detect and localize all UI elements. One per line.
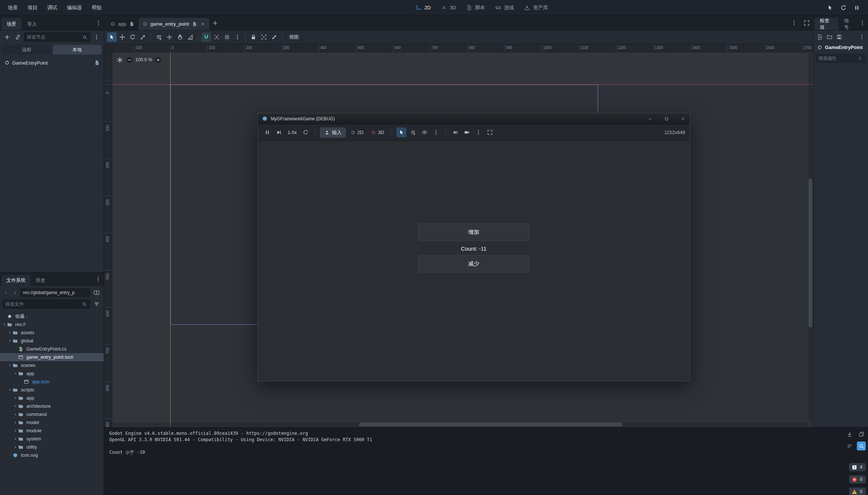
fs-item[interactable]: global — [0, 337, 104, 345]
fs-item[interactable]: model — [0, 419, 104, 427]
fs-item[interactable]: app — [0, 394, 104, 402]
wrap-lines-icon[interactable] — [845, 442, 854, 450]
fs-item[interactable]: scripts — [0, 386, 104, 394]
scene-mode-local[interactable]: 本地 — [53, 45, 102, 55]
errors-badge[interactable]: 0 — [849, 475, 866, 483]
game-options-icon[interactable] — [473, 127, 483, 137]
scale-tool[interactable] — [138, 32, 148, 42]
close-tab-icon[interactable] — [200, 21, 205, 27]
horizontal-scrollbar[interactable] — [112, 423, 808, 426]
expander-icon[interactable] — [13, 413, 18, 416]
snap-menu-icon[interactable] — [233, 32, 242, 42]
menu-help[interactable]: 帮助 — [87, 0, 107, 15]
scene-dock-menu-icon[interactable] — [92, 32, 101, 42]
zoom-level[interactable]: 100.0 % — [135, 57, 152, 62]
group-object-button[interactable] — [259, 32, 269, 42]
rotate-tool[interactable] — [128, 32, 137, 42]
fs-item[interactable]: 收藏： — [0, 312, 104, 320]
menu-scene[interactable]: 场景 — [3, 0, 23, 15]
fs-tab-history[interactable]: 历史 — [31, 275, 50, 286]
increase-button[interactable]: 增加 — [418, 224, 529, 241]
fs-item[interactable]: module — [0, 427, 104, 435]
menu-project[interactable]: 项目 — [23, 0, 42, 15]
expander-icon[interactable] — [13, 396, 18, 400]
list-select-tool[interactable] — [154, 32, 164, 42]
expander-icon[interactable] — [1, 323, 7, 326]
visibility-icon[interactable] — [420, 127, 430, 137]
input-toggle-button[interactable]: 输入 — [320, 127, 346, 138]
property-filter-box[interactable]: 筛选属性 — [816, 54, 866, 63]
workspace-3d[interactable]: 3D — [435, 0, 461, 15]
pause-game-icon[interactable] — [262, 127, 272, 137]
embed-fullscreen-icon[interactable] — [485, 127, 495, 137]
speed-label[interactable]: 1.0x — [285, 130, 299, 135]
copy-output-icon[interactable] — [857, 430, 866, 439]
mode-3d-button[interactable]: 3D — [368, 127, 387, 138]
file-filter-input[interactable] — [5, 302, 79, 307]
game-window-titlebar[interactable]: MyGFrameworkGame (DEBUG) — [258, 113, 690, 124]
fs-item[interactable]: scenes — [0, 361, 104, 369]
load-resource-icon[interactable] — [825, 33, 833, 41]
skeleton-options-button[interactable] — [269, 32, 279, 42]
scroll-to-bottom-icon[interactable] — [845, 430, 854, 439]
scene-dock-tab-menu-icon[interactable] — [94, 19, 103, 27]
fs-item[interactable]: command — [0, 410, 104, 419]
expander-icon[interactable] — [7, 339, 13, 343]
script-icon[interactable] — [192, 21, 197, 27]
select-tool[interactable] — [107, 32, 117, 42]
expander-icon[interactable] — [13, 421, 18, 424]
fs-tab-filesystem[interactable]: 文件系统 — [1, 275, 30, 286]
history-back-icon[interactable] — [2, 289, 10, 297]
scene-tree-root-node[interactable]: GameEntryPoint — [0, 58, 104, 68]
view-menu-button[interactable]: 视图 — [285, 32, 302, 42]
add-node-button[interactable] — [2, 32, 12, 42]
maximize-button[interactable] — [660, 113, 673, 124]
fs-item[interactable]: GameEntryPoint.cs — [0, 345, 104, 353]
minimize-button[interactable] — [644, 113, 657, 124]
new-scene-tab-button[interactable] — [211, 19, 220, 27]
filesystem-tab-menu-icon[interactable] — [94, 275, 102, 283]
hscroll-thumb[interactable] — [359, 423, 622, 426]
instance-scene-button[interactable] — [13, 32, 23, 42]
script-icon[interactable] — [129, 21, 135, 27]
attached-script-icon[interactable] — [94, 60, 100, 66]
fs-item[interactable]: utility — [0, 443, 104, 451]
mute-audio-icon[interactable] — [450, 127, 460, 137]
sort-files-icon[interactable] — [92, 299, 101, 309]
workspace-assetlib[interactable]: 资产库 — [519, 0, 553, 15]
next-frame-icon[interactable] — [274, 127, 284, 137]
restart-icon[interactable] — [839, 3, 848, 12]
fs-item[interactable]: app — [0, 369, 104, 378]
expander-icon[interactable] — [7, 388, 13, 392]
expander-icon[interactable] — [7, 364, 13, 367]
scene-filter-input[interactable] — [27, 35, 80, 40]
zoom-in-button[interactable] — [155, 56, 162, 63]
selection-options-icon[interactable] — [431, 127, 441, 137]
pause-icon[interactable] — [852, 3, 861, 12]
workspace-script[interactable]: 脚本 — [461, 0, 490, 15]
inspector-menu-icon[interactable] — [858, 33, 866, 41]
scene-mode-remote[interactable]: 远程 — [2, 45, 51, 55]
expander-icon[interactable] — [13, 404, 18, 408]
current-path[interactable]: res://global/game_entry_p — [20, 288, 90, 297]
expander-icon[interactable] — [13, 429, 18, 433]
workspace-game[interactable]: 游戏 — [490, 0, 519, 15]
pivot-tool[interactable] — [165, 32, 174, 42]
snap-toggle[interactable] — [201, 32, 211, 42]
select-list-tool[interactable] — [408, 127, 418, 137]
workspace-2d[interactable]: 2D — [410, 0, 435, 15]
pick-cursor-icon[interactable] — [826, 3, 835, 12]
fs-item[interactable]: res:// — [0, 320, 104, 329]
dock-tab-signals[interactable]: 信号 — [839, 18, 858, 30]
select-node-tool[interactable] — [396, 127, 407, 137]
expander-icon[interactable] — [13, 372, 18, 375]
decrease-button[interactable]: 减少 — [418, 255, 529, 273]
split-view-icon[interactable] — [92, 288, 101, 297]
scene-tab-app[interactable]: app — [106, 18, 138, 30]
new-resource-icon[interactable] — [816, 33, 824, 41]
move-tool[interactable] — [117, 32, 127, 42]
fs-item[interactable]: system — [0, 435, 104, 443]
center-view-icon[interactable] — [116, 56, 123, 63]
mode-2d-button[interactable]: 2D — [347, 127, 367, 138]
fs-item[interactable]: game_entry_point.tscn — [0, 353, 104, 361]
